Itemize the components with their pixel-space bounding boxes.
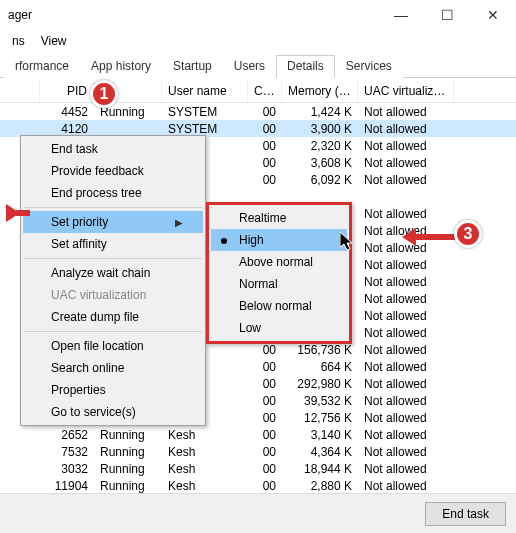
tab-startup[interactable]: Startup: [162, 55, 223, 78]
table-row[interactable]: 3032RunningKesh0018,944 KNot allowed: [0, 460, 516, 477]
context-menu[interactable]: End taskProvide feedbackEnd process tree…: [20, 135, 206, 426]
menu-item-set-affinity[interactable]: Set affinity: [23, 233, 203, 255]
maximize-button[interactable]: ☐: [424, 0, 470, 30]
tab-rformance[interactable]: rformance: [4, 55, 80, 78]
table-row[interactable]: 11904RunningKesh002,880 KNot allowed: [0, 477, 516, 494]
menu-item-uac-virtualization: UAC virtualization: [23, 284, 203, 306]
menu-bar: ns View: [0, 30, 516, 52]
table-row[interactable]: 7532RunningKesh004,364 KNot allowed: [0, 443, 516, 460]
menu-separator: [24, 258, 202, 259]
priority-option-high[interactable]: High: [211, 229, 347, 251]
column-header[interactable]: [0, 80, 40, 102]
menu-item-properties[interactable]: Properties: [23, 379, 203, 401]
priority-submenu[interactable]: RealtimeHighAbove normalNormalBelow norm…: [206, 202, 352, 344]
column-header[interactable]: PID: [40, 80, 94, 102]
callout-badge-1: 1: [90, 80, 118, 108]
menu-item-set-priority[interactable]: Set priority▶: [23, 211, 203, 233]
menu-item-go-to-service-s-[interactable]: Go to service(s): [23, 401, 203, 423]
footer-bar: End task: [0, 493, 516, 533]
table-row[interactable]: 2652RunningKesh003,140 KNot allowed: [0, 426, 516, 443]
menu-item-search-online[interactable]: Search online: [23, 357, 203, 379]
bullet-icon: [221, 238, 227, 244]
priority-option-below-normal[interactable]: Below normal: [211, 295, 347, 317]
column-header[interactable]: User name: [162, 80, 248, 102]
column-headers: PIDtusUser nameCPUMemory (a...UAC virtua…: [0, 78, 516, 103]
mouse-cursor-icon: [340, 232, 356, 257]
table-row[interactable]: 4452RunningSYSTEM001,424 KNot allowed: [0, 103, 516, 120]
priority-option-normal[interactable]: Normal: [211, 273, 347, 295]
menu-item-view[interactable]: View: [33, 32, 75, 50]
column-header[interactable]: UAC virtualizat...: [358, 80, 454, 102]
menu-item-end-process-tree[interactable]: End process tree: [23, 182, 203, 204]
close-button[interactable]: ✕: [470, 0, 516, 30]
tab-users[interactable]: Users: [223, 55, 276, 78]
menu-item-end-task[interactable]: End task: [23, 138, 203, 160]
tab-app-history[interactable]: App history: [80, 55, 162, 78]
menu-item-create-dump-file[interactable]: Create dump file: [23, 306, 203, 328]
end-task-button[interactable]: End task: [425, 502, 506, 526]
priority-option-above-normal[interactable]: Above normal: [211, 251, 347, 273]
submenu-arrow-icon: ▶: [175, 217, 183, 228]
menu-separator: [24, 207, 202, 208]
callout-badge-3: 3: [454, 220, 482, 248]
tab-details[interactable]: Details: [276, 55, 335, 78]
window-title: ager: [8, 8, 32, 22]
priority-option-low[interactable]: Low: [211, 317, 347, 339]
menu-separator: [24, 331, 202, 332]
svg-rect-1: [16, 210, 30, 216]
column-header[interactable]: CPU: [248, 80, 282, 102]
svg-marker-2: [402, 228, 416, 246]
tab-services[interactable]: Services: [335, 55, 403, 78]
minimize-button[interactable]: —: [378, 0, 424, 30]
tab-bar: rformanceApp historyStartupUsersDetailsS…: [0, 54, 516, 78]
menu-item[interactable]: ns: [4, 32, 33, 50]
svg-rect-3: [414, 234, 456, 240]
menu-item-analyze-wait-chain[interactable]: Analyze wait chain: [23, 262, 203, 284]
callout-arrow-1: [6, 204, 32, 222]
column-header[interactable]: Memory (a...: [282, 80, 358, 102]
callout-arrow-3: [402, 228, 456, 246]
priority-option-realtime[interactable]: Realtime: [211, 207, 347, 229]
menu-item-provide-feedback[interactable]: Provide feedback: [23, 160, 203, 182]
menu-item-open-file-location[interactable]: Open file location: [23, 335, 203, 357]
